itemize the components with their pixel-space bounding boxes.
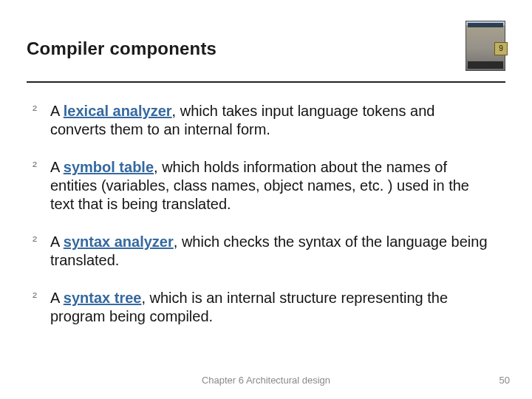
item-term: syntax tree [64,290,142,306]
item-term: symbol table [64,159,154,175]
item-prefix: A [50,159,64,175]
list-item: ² A lexical analyzer, which takes input … [33,102,488,139]
list-item-text: A symbol table, which holds information … [50,158,488,214]
list-item-text: A syntax tree, which is an internal stru… [50,289,488,326]
bullet-glyph: ² [33,158,50,214]
item-prefix: A [50,290,64,306]
list-item: ² A syntax analyzer, which checks the sy… [33,233,488,270]
footer-chapter: Chapter 6 Architectural design [0,375,532,386]
list-item-text: A syntax analyzer, which checks the synt… [50,233,488,270]
list-item-text: A lexical analyzer, which takes input la… [50,102,488,139]
title-row: Compiler components 9 [27,38,505,71]
item-term: lexical analyzer [64,103,172,119]
item-prefix: A [50,103,64,119]
list-item: ² A symbol table, which holds informatio… [33,158,488,214]
slide: Compiler components 9 ² A lexical analyz… [0,0,532,399]
item-term: syntax analyzer [64,233,174,250]
title-rule [27,81,505,83]
bullet-glyph: ² [33,233,50,270]
edition-badge: 9 [494,42,508,55]
body: ² A lexical analyzer, which takes input … [33,102,488,345]
slide-title: Compiler components [27,38,216,59]
bullet-glyph: ² [33,102,50,139]
list-item: ² A syntax tree, which is an internal st… [33,289,488,326]
bullet-glyph: ² [33,289,50,326]
item-prefix: A [50,233,64,250]
book-cover-thumbnail: 9 [466,21,505,71]
footer-page-number: 50 [499,375,510,386]
